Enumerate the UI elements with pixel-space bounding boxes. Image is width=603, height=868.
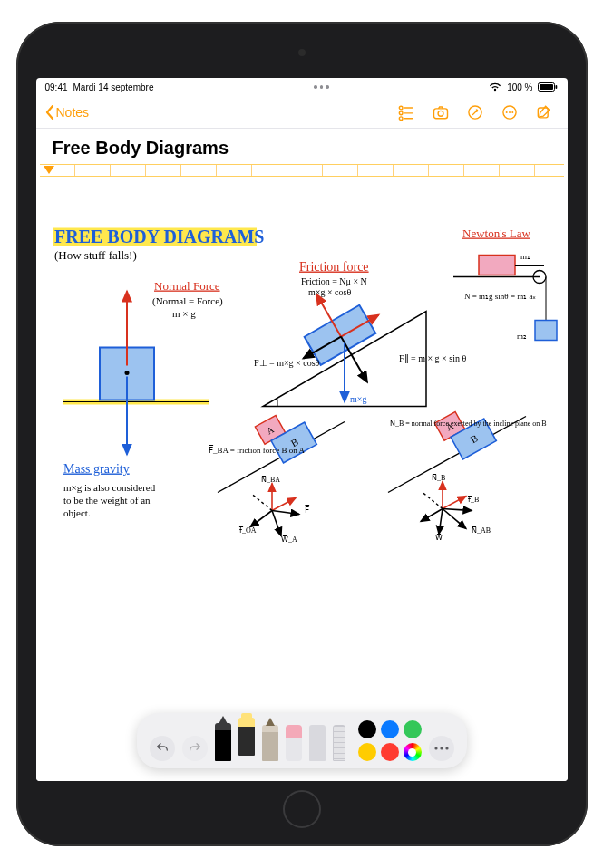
redo-button[interactable] — [182, 736, 208, 761]
checklist-button[interactable] — [392, 100, 421, 125]
swatch-red[interactable] — [381, 743, 399, 761]
nbb: N̅_B — [432, 474, 445, 482]
svg-line-46 — [252, 495, 272, 511]
newton-m1: m₁ — [520, 252, 530, 261]
svg-line-57 — [421, 509, 443, 522]
svg-point-15 — [511, 111, 513, 113]
svg-point-22 — [124, 371, 129, 375]
battery-percent: 100 % — [507, 82, 532, 92]
svg-point-3 — [399, 106, 403, 110]
svg-point-59 — [434, 747, 437, 749]
swatch-yellow[interactable] — [358, 743, 376, 761]
wifi-icon — [489, 82, 501, 92]
svg-point-5 — [399, 111, 403, 115]
drawing-canvas[interactable]: FREE BODY DIAGRAMS (How stuff falls!) No… — [36, 177, 568, 781]
drawing-heading: FREE BODY DIAGRAMS — [54, 227, 265, 246]
swatch-black[interactable] — [358, 720, 376, 738]
screen: 09:41 Mardi 14 septembre 100 % Notes — [36, 78, 568, 781]
handwritten-diagram: FREE BODY DIAGRAMS (How stuff falls!) No… — [36, 177, 568, 781]
tool-eraser[interactable] — [286, 725, 302, 761]
status-date: Mardi 14 septembre — [73, 82, 154, 92]
tool-marker[interactable] — [238, 718, 255, 756]
back-label: Notes — [56, 105, 90, 120]
nb-label: N̅_B = normal force exerted by the incli… — [390, 420, 547, 428]
swatch-color-picker[interactable] — [404, 743, 422, 761]
palette-wrap — [36, 713, 568, 768]
svg-line-45 — [250, 511, 272, 527]
svg-point-10 — [438, 111, 443, 116]
nab: N̅_AB — [472, 526, 491, 535]
svg-rect-1 — [540, 84, 553, 90]
svg-line-54 — [443, 509, 472, 511]
attachment-scrubber[interactable] — [40, 164, 564, 177]
battery-icon — [538, 82, 558, 92]
mg-text-3: object. — [63, 507, 91, 518]
friction-label: Friction force — [299, 260, 369, 274]
f-arrow: F̅ — [305, 505, 310, 515]
w: W̅ — [435, 534, 443, 542]
newton-eq: N = m₁g sinθ = m₁ aₓ — [464, 292, 536, 301]
palette-more-button[interactable] — [429, 736, 454, 761]
mg-text-2: to be the weight of an — [63, 495, 151, 506]
svg-rect-31 — [479, 256, 515, 275]
incline-left: F⊥ = m×g × cosθ — [254, 358, 320, 368]
notes-toolbar: Notes — [36, 96, 568, 129]
nba: N̅_BA — [261, 476, 280, 484]
swatch-green[interactable] — [404, 720, 422, 738]
svg-point-7 — [399, 116, 403, 120]
svg-line-53 — [443, 497, 466, 509]
newton-m2: m₂ — [517, 332, 527, 341]
back-button[interactable]: Notes — [45, 105, 90, 120]
normal-force-eq2: m × g — [172, 308, 196, 319]
svg-rect-2 — [556, 85, 558, 89]
wa: W̅_A — [281, 535, 297, 544]
tool-pen[interactable] — [215, 723, 231, 761]
ipad-device-frame: 09:41 Mardi 14 septembre 100 % Notes — [16, 22, 588, 846]
undo-button[interactable] — [150, 736, 175, 761]
svg-rect-35 — [535, 321, 557, 341]
newton-label: Newton's Law — [462, 227, 531, 240]
fba-label: F̅_BA = friction force B on A — [209, 445, 306, 455]
svg-line-58 — [423, 493, 443, 509]
home-button[interactable] — [283, 790, 321, 828]
more-button[interactable] — [495, 100, 524, 125]
svg-line-44 — [272, 511, 281, 536]
tool-pencil[interactable] — [262, 725, 278, 761]
tool-ruler[interactable] — [333, 725, 345, 761]
svg-line-42 — [272, 498, 296, 511]
incline-down: m×g — [350, 394, 366, 404]
incline-right: F‖ = m × g × sin θ — [399, 353, 466, 363]
friction-eq2: m×g × cosθ — [308, 287, 351, 297]
svg-point-13 — [505, 111, 507, 113]
multitask-indicator[interactable] — [308, 85, 334, 89]
markup-palette — [137, 713, 467, 768]
markup-button[interactable] — [461, 100, 490, 125]
normal-force-eq1: (Normal = Force) — [152, 295, 223, 307]
status-time: 09:41 — [45, 82, 68, 92]
svg-point-61 — [445, 747, 448, 749]
svg-point-60 — [440, 747, 443, 749]
mass-gravity-label: Mass gravity — [63, 462, 130, 476]
tool-lasso[interactable] — [309, 725, 326, 761]
svg-line-55 — [443, 509, 466, 529]
color-swatches — [358, 720, 422, 761]
note-title: Free Body Diagrams — [36, 129, 568, 164]
camera-button[interactable] — [426, 100, 455, 125]
svg-point-14 — [509, 111, 511, 113]
foa: f̅_OA — [238, 526, 257, 535]
svg-line-56 — [439, 509, 443, 535]
compose-button[interactable] — [530, 100, 559, 125]
swatch-blue[interactable] — [381, 720, 399, 738]
svg-line-43 — [272, 511, 299, 515]
status-bar: 09:41 Mardi 14 septembre 100 % — [36, 78, 568, 96]
svg-rect-9 — [433, 108, 447, 118]
mg-text-1: m×g is also considered — [63, 482, 156, 493]
drawing-subheading: (How stuff falls!) — [54, 248, 137, 262]
normal-force-label: Normal Force — [154, 279, 220, 293]
friction-eq1: Friction = Nμ × N — [301, 276, 367, 286]
fb: f̅_B — [467, 496, 479, 504]
